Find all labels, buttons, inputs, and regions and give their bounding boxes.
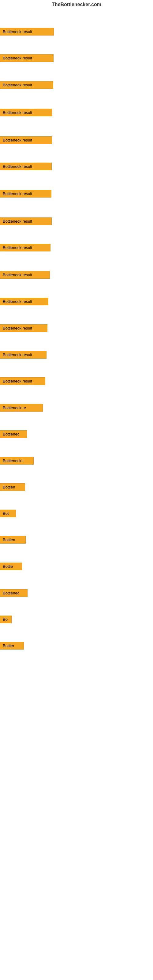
bottleneck-result-item[interactable]: Bottler bbox=[0, 642, 24, 649]
bottleneck-result-item[interactable]: Bottleneck result bbox=[0, 218, 52, 225]
bottleneck-result-item[interactable]: Bottleneck result bbox=[0, 324, 48, 332]
bottleneck-result-item[interactable]: Bottleneck result bbox=[0, 109, 52, 116]
bottleneck-result-item[interactable]: Bottle bbox=[0, 563, 22, 570]
bottleneck-result-item[interactable]: Bot bbox=[0, 510, 16, 517]
bottleneck-result-item[interactable]: Bottleneck result bbox=[0, 298, 48, 305]
bottleneck-result-item[interactable]: Bottleneck result bbox=[0, 351, 46, 359]
bottleneck-result-item[interactable]: Bottlen bbox=[0, 536, 26, 544]
bottleneck-result-item[interactable]: Bottleneck re bbox=[0, 404, 43, 412]
bottleneck-result-item[interactable]: Bottleneck result bbox=[0, 54, 54, 62]
bottleneck-result-item[interactable]: Bottleneck r bbox=[0, 457, 33, 465]
bottleneck-result-item[interactable]: Bo bbox=[0, 616, 12, 623]
bottleneck-result-item[interactable]: Bottlenec bbox=[0, 589, 27, 597]
bottleneck-result-item[interactable]: Bottleneck result bbox=[0, 377, 45, 385]
bottleneck-result-item[interactable]: Bottleneck result bbox=[0, 244, 51, 251]
site-title: TheBottlenecker.com bbox=[0, 0, 153, 10]
bottleneck-result-item[interactable]: Bottleneck result bbox=[0, 81, 53, 89]
bottleneck-result-item[interactable]: Bottleneck result bbox=[0, 271, 50, 279]
bottleneck-result-item[interactable]: Bottleneck result bbox=[0, 28, 54, 35]
bottleneck-result-item[interactable]: Bottleneck result bbox=[0, 136, 52, 144]
bottleneck-result-item[interactable]: Bottleneck result bbox=[0, 162, 52, 170]
bottleneck-result-item[interactable]: Bottlen bbox=[0, 483, 25, 491]
bottleneck-result-item[interactable]: Bottleneck result bbox=[0, 190, 51, 197]
bottleneck-result-item[interactable]: Bottlenec bbox=[0, 430, 27, 438]
